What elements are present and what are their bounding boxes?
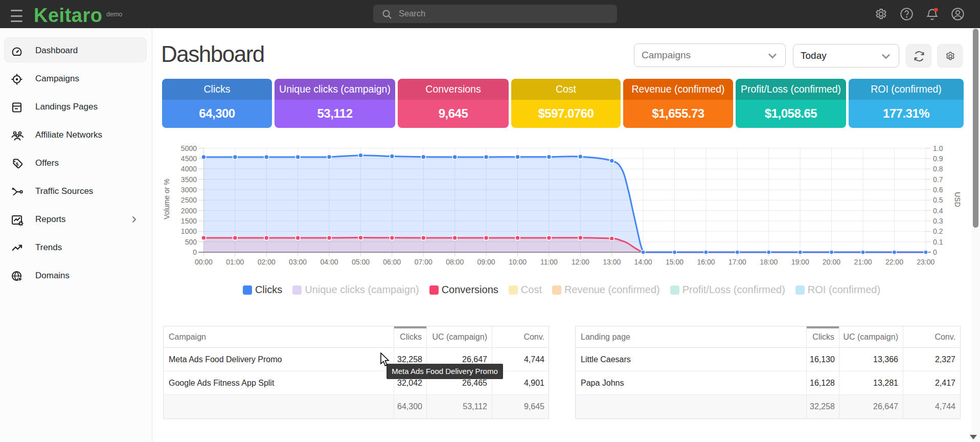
svg-text:17:00: 17:00 — [728, 258, 746, 266]
svg-text:02:00: 02:00 — [258, 258, 276, 266]
svg-text:Volume or %: Volume or % — [163, 179, 171, 219]
svg-text:0.9: 0.9 — [933, 154, 943, 163]
svg-text:11:00: 11:00 — [540, 258, 558, 266]
svg-text:1500: 1500 — [181, 217, 197, 225]
svg-text:0: 0 — [193, 248, 197, 256]
svg-text:13:00: 13:00 — [603, 258, 621, 266]
svg-text:12:00: 12:00 — [572, 258, 589, 266]
svg-text:05:00: 05:00 — [352, 258, 370, 266]
svg-text:0.6: 0.6 — [933, 186, 943, 194]
svg-text:19:00: 19:00 — [791, 258, 809, 266]
svg-text:04:00: 04:00 — [321, 258, 338, 266]
svg-text:10:00: 10:00 — [509, 258, 527, 266]
svg-text:4000: 4000 — [181, 165, 197, 173]
svg-text:0: 0 — [933, 248, 937, 256]
svg-text:16:00: 16:00 — [697, 258, 715, 266]
svg-text:5000: 5000 — [181, 144, 197, 152]
svg-text:0.5: 0.5 — [933, 196, 943, 204]
svg-text:22:00: 22:00 — [885, 258, 903, 266]
svg-text:USD: USD — [953, 192, 962, 207]
svg-text:0.4: 0.4 — [933, 207, 943, 215]
svg-text:2500: 2500 — [181, 196, 197, 204]
svg-text:1000: 1000 — [181, 227, 197, 235]
svg-text:06:00: 06:00 — [383, 258, 401, 266]
svg-text:0.2: 0.2 — [933, 227, 943, 235]
svg-text:08:00: 08:00 — [446, 258, 464, 266]
svg-text:03:00: 03:00 — [289, 258, 307, 266]
svg-text:0.3: 0.3 — [933, 217, 943, 225]
svg-text:01:00: 01:00 — [226, 258, 244, 266]
svg-text:15:00: 15:00 — [666, 258, 683, 266]
svg-text:07:00: 07:00 — [415, 258, 432, 266]
svg-text:14:00: 14:00 — [634, 258, 652, 266]
svg-text:21:00: 21:00 — [854, 258, 872, 266]
svg-text:500: 500 — [185, 238, 197, 246]
svg-text:20:00: 20:00 — [823, 258, 840, 266]
svg-text:00:00: 00:00 — [195, 258, 213, 266]
svg-text:09:00: 09:00 — [477, 258, 495, 266]
svg-text:3000: 3000 — [181, 186, 197, 194]
svg-text:1.0: 1.0 — [933, 144, 943, 152]
svg-text:18:00: 18:00 — [760, 258, 778, 266]
svg-text:0.8: 0.8 — [933, 165, 943, 173]
svg-text:4500: 4500 — [181, 154, 197, 163]
svg-text:3500: 3500 — [181, 175, 197, 184]
svg-text:0.1: 0.1 — [933, 238, 943, 246]
svg-text:2000: 2000 — [181, 207, 197, 215]
svg-text:23:00: 23:00 — [917, 258, 935, 266]
svg-text:0.7: 0.7 — [933, 175, 943, 184]
